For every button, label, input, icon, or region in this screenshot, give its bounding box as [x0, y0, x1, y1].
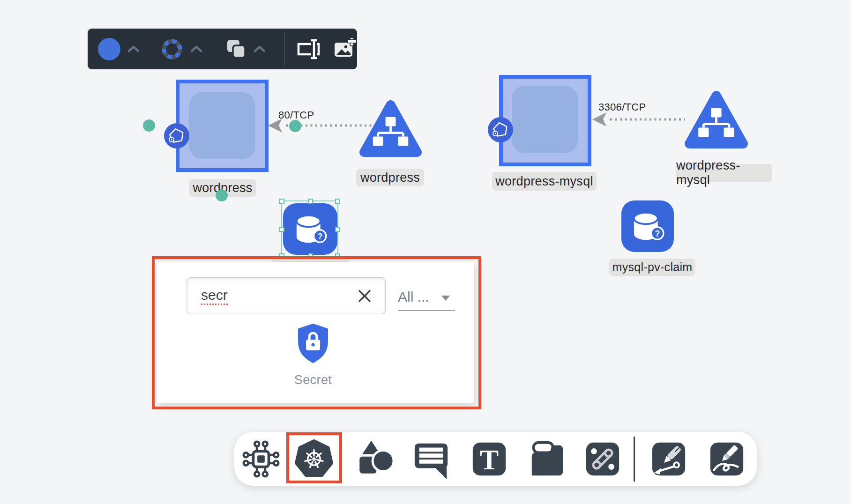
comment-icon [411, 439, 451, 479]
search-input[interactable]: secr [187, 277, 386, 314]
selection-handle[interactable] [335, 253, 340, 259]
service-wordpress[interactable] [359, 99, 422, 161]
node-label: wordpress-mysql [492, 172, 597, 191]
selection-handle[interactable] [308, 253, 313, 259]
selection-frame [281, 200, 338, 257]
database-question-icon: ? [625, 204, 671, 248]
search-query-text: secr [201, 287, 228, 305]
shapes-icon [355, 439, 395, 479]
scribble-tool[interactable] [707, 439, 747, 479]
circuit-chip-icon [241, 439, 281, 479]
text-icon: T [470, 439, 509, 479]
selection-handle[interactable] [308, 199, 313, 204]
filter-value: All ... [398, 289, 429, 305]
toolbar-divider [634, 437, 635, 482]
edge-label: 80/TCP [278, 109, 314, 121]
duplicate-icon[interactable] [225, 38, 247, 60]
pentagon-pod-icon [164, 123, 189, 148]
chevron-down-icon [441, 296, 450, 301]
frame-tool[interactable] [527, 439, 567, 479]
pen-arrow-icon [649, 439, 688, 479]
style-toolbar [88, 29, 357, 69]
selection-handle[interactable] [279, 199, 284, 204]
kubernetes-tool[interactable] [294, 439, 334, 479]
tool-palette: T [234, 432, 757, 486]
rename-icon[interactable] [296, 38, 321, 60]
pen-arrow-tool[interactable] [649, 439, 689, 479]
edge-handle[interactable] [289, 120, 301, 132]
category-filter-dropdown[interactable]: All ... [398, 287, 456, 307]
service-wordpress-mysql[interactable] [684, 90, 748, 152]
selection-handle[interactable] [335, 227, 340, 232]
scribble-pencil-icon [707, 439, 746, 479]
svg-text:?: ? [655, 229, 660, 238]
search-result-secret[interactable]: Secret [279, 323, 347, 389]
toolbar-divider [284, 32, 285, 66]
pod-inner-shape [189, 92, 255, 159]
chain-link-icon [583, 439, 622, 479]
result-label: Secret [294, 373, 332, 387]
node-label: wordpress [356, 169, 424, 186]
node-label: wordpress-mysql [676, 164, 772, 182]
chevron-up-icon[interactable] [191, 45, 202, 52]
connection-handle[interactable] [216, 189, 228, 201]
pentagon-pod-icon [488, 117, 513, 142]
canvas[interactable]: 80/TCP 3306/TCP wordpress wordpress [0, 0, 851, 504]
edge-label: 3306/TCP [598, 101, 646, 113]
frame-icon [528, 439, 567, 479]
chevron-up-icon[interactable] [128, 45, 139, 52]
clear-search-icon[interactable] [357, 289, 372, 304]
dropdown-underline [398, 310, 455, 311]
stroke-ring-swatch-icon[interactable] [161, 38, 183, 60]
selection-handle[interactable] [335, 199, 340, 204]
pod-inner-shape [512, 86, 578, 153]
secret-shield-icon [296, 323, 330, 363]
pod-badge-icon[interactable] [488, 117, 513, 142]
node-label: mysql-pv-claim [609, 259, 695, 276]
shapes-tool[interactable] [355, 439, 395, 479]
pvc-mysql-pv-claim[interactable]: ? [621, 200, 674, 252]
connection-handle[interactable] [143, 119, 155, 132]
kubernetes-icon [294, 439, 334, 479]
add-image-icon[interactable] [334, 38, 357, 60]
pod-badge-icon[interactable] [164, 123, 189, 148]
connector-tool[interactable] [582, 439, 623, 479]
infrastructure-diagram-tool[interactable] [241, 439, 281, 479]
pod-wordpress[interactable] [176, 80, 269, 172]
selection-handle[interactable] [279, 253, 284, 259]
comment-tool[interactable] [411, 439, 451, 479]
svg-text:T: T [480, 444, 499, 475]
selection-handle[interactable] [279, 227, 284, 232]
text-tool[interactable]: T [469, 439, 509, 479]
chevron-up-icon[interactable] [254, 45, 265, 52]
fill-color-swatch-icon[interactable] [98, 38, 120, 60]
